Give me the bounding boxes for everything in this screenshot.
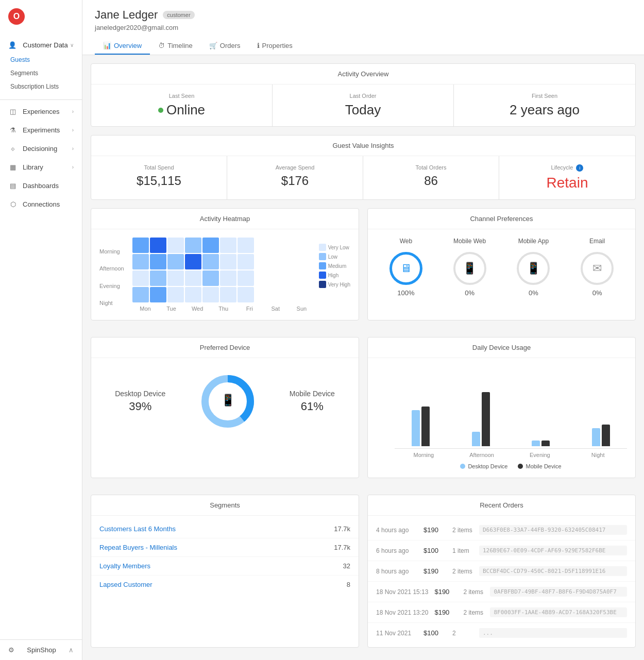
order-items: 2 xyxy=(452,630,473,637)
customer-data-header[interactable]: 👤 Customer Data ∨ xyxy=(0,37,82,53)
desktop-legend: Desktop Device xyxy=(460,463,507,469)
sidebar-item-library[interactable]: ▦ Library › xyxy=(0,158,82,176)
footer-chevron[interactable]: ∧ xyxy=(69,646,74,654)
sidebar-item-experiments[interactable]: ⚗ Experiments › xyxy=(0,121,82,139)
page-header: Jane Ledger customer janeledger2020@gmai… xyxy=(82,0,644,55)
table-row: 18 Nov 2021 15:13 $190 2 items 0AFBFBD7-… xyxy=(368,582,635,602)
divider-1 xyxy=(0,99,82,100)
lifecycle-info-icon[interactable]: i xyxy=(576,164,583,172)
heatmap-y-label: Night xyxy=(99,295,124,311)
heatmap-cell xyxy=(132,270,149,286)
segment-name[interactable]: Customers Last 6 Months xyxy=(99,525,176,533)
table-row: 11 Nov 2021 $100 2 ... xyxy=(368,623,635,643)
total-spend-cell: Total Spend $15,115 xyxy=(91,156,227,199)
tab-bar: 📊 Overview ⏱ Timeline 🛒 Orders ℹ Propert… xyxy=(95,38,632,55)
channel-icon: 🖥 xyxy=(389,252,422,285)
channel-icon: 📱 xyxy=(453,252,486,285)
segment-name[interactable]: Lapsed Customer xyxy=(99,581,152,588)
heatmap-x-label: Mon xyxy=(137,306,154,312)
segment-count: 32 xyxy=(343,562,350,570)
svg-text:📱: 📱 xyxy=(221,393,235,407)
sidebar-item-connections[interactable]: ⬡ Connections xyxy=(0,195,82,213)
order-items: 2 items xyxy=(452,568,473,575)
legend-item: Medium xyxy=(319,262,347,269)
decisioning-chevron: › xyxy=(72,146,74,151)
desktop-pct: 39% xyxy=(115,400,165,413)
content-area: Activity Overview Last Seen Online Last … xyxy=(82,55,644,660)
heatmap-x-label: Thu xyxy=(215,306,232,312)
mobile-label: Mobile Device xyxy=(290,390,335,398)
total-orders-label: Total Orders xyxy=(371,164,490,171)
sidebar-item-subscription-lists[interactable]: Subscription Lists xyxy=(0,80,82,93)
orders-tab-label: Orders xyxy=(220,42,241,49)
tab-timeline[interactable]: ⏱ Timeline xyxy=(150,38,201,55)
activity-grid: Last Seen Online Last Order Today First … xyxy=(91,84,635,126)
connections-icon: ⬡ xyxy=(8,199,18,209)
timeline-tab-icon: ⏱ xyxy=(158,42,165,49)
orders-list: 4 hours ago $190 2 items D663F0E8-33A7-4… xyxy=(368,516,635,647)
segment-name[interactable]: Repeat Buyers - Millenials xyxy=(99,544,177,551)
order-id: 8F0003FF-1AAE-4B89-ACD7-168A320F53BE xyxy=(490,607,627,617)
channel-name: Email xyxy=(589,238,605,245)
channel-item: Email ✉ 0% xyxy=(567,238,627,297)
settings-icon[interactable]: ⚙ xyxy=(8,646,14,654)
experiments-chevron: › xyxy=(72,127,74,133)
channel-preferences-card: Channel Preferences Web 🖥 100% Mobile We… xyxy=(367,208,636,320)
customer-name: Jane Ledger xyxy=(95,8,158,22)
main-content: Jane Ledger customer janeledger2020@gmai… xyxy=(82,0,644,660)
heatmap-cell xyxy=(132,254,149,269)
order-id: ... xyxy=(479,628,627,638)
heatmap-cell xyxy=(220,287,236,302)
heatmap-cell xyxy=(185,238,201,253)
legend-item: High xyxy=(319,272,339,279)
tab-orders[interactable]: 🛒 Orders xyxy=(201,38,249,55)
library-chevron: › xyxy=(72,164,74,170)
heatmap-cell xyxy=(238,238,254,253)
customer-data-section: 👤 Customer Data ∨ Guests Segments Subscr… xyxy=(0,33,82,97)
lifecycle-cell: Lifecycle i Retain xyxy=(499,156,635,199)
segment-count: 17.7k xyxy=(334,544,350,551)
desktop-bar xyxy=(472,432,480,446)
first-seen-value: 2 years ago xyxy=(462,102,627,118)
heatmap-cell xyxy=(132,238,149,253)
decisioning-icon: ⟐ xyxy=(8,144,18,153)
heatmap-cell xyxy=(202,254,219,269)
channel-pct: 0% xyxy=(465,289,474,297)
properties-tab-label: Properties xyxy=(262,42,293,49)
sidebar: O 👤 Customer Data ∨ Guests Segments Subs… xyxy=(0,0,82,660)
desktop-bar xyxy=(532,441,540,446)
donut-area: Desktop Device 39% 📱 xyxy=(91,358,359,445)
tab-overview[interactable]: 📊 Overview xyxy=(95,38,150,55)
last-seen-text: Online xyxy=(166,102,205,118)
sidebar-item-dashboards[interactable]: ▤ Dashboards xyxy=(0,176,82,195)
tab-properties[interactable]: ℹ Properties xyxy=(249,38,301,55)
channel-icon: 📱 xyxy=(517,252,550,285)
daily-device-usage-card: Daily Device Usage 403020100 MorningAfte… xyxy=(367,337,636,478)
recent-orders-card: Recent Orders 4 hours ago $190 2 items D… xyxy=(367,495,636,648)
sidebar-item-experiences[interactable]: ◫ Experiences › xyxy=(0,102,82,121)
heatmap-cell xyxy=(167,254,184,269)
heatmap-x-label: Fri xyxy=(241,306,258,312)
order-amount: $100 xyxy=(423,547,446,554)
segment-name[interactable]: Loyalty Members xyxy=(99,562,150,570)
bar-chart-area: 403020100 MorningAfternoonEveningNightDe… xyxy=(368,358,635,478)
heatmap-x-label: Sat xyxy=(267,306,284,312)
lifecycle-value: Retain xyxy=(507,175,627,191)
sidebar-item-guests[interactable]: Guests xyxy=(0,53,82,66)
segment-count: 17.7k xyxy=(334,525,350,533)
sidebar-item-segments[interactable]: Segments xyxy=(0,66,82,80)
overview-tab-label: Overview xyxy=(114,42,142,49)
customer-name-row: Jane Ledger customer xyxy=(95,8,632,22)
bar-x-label: Night xyxy=(569,452,627,458)
sidebar-footer: ⚙ SpinShop ∧ xyxy=(0,639,82,660)
order-id: D663F0E8-33A7-44FB-9320-632405C08417 xyxy=(479,525,627,535)
sidebar-item-decisioning[interactable]: ⟐ Decisioning › xyxy=(0,139,82,158)
segments-list: Customers Last 6 Months 17.7k Repeat Buy… xyxy=(91,516,359,598)
legend-item: Low xyxy=(319,253,337,260)
order-amount: $190 xyxy=(423,526,446,534)
heatmap-cell xyxy=(202,238,219,253)
first-seen-cell: First Seen 2 years ago xyxy=(454,84,635,126)
order-amount: $100 xyxy=(423,629,446,637)
mobile-legend: Mobile Device xyxy=(518,463,561,469)
channel-item: Web 🖥 100% xyxy=(376,238,436,297)
